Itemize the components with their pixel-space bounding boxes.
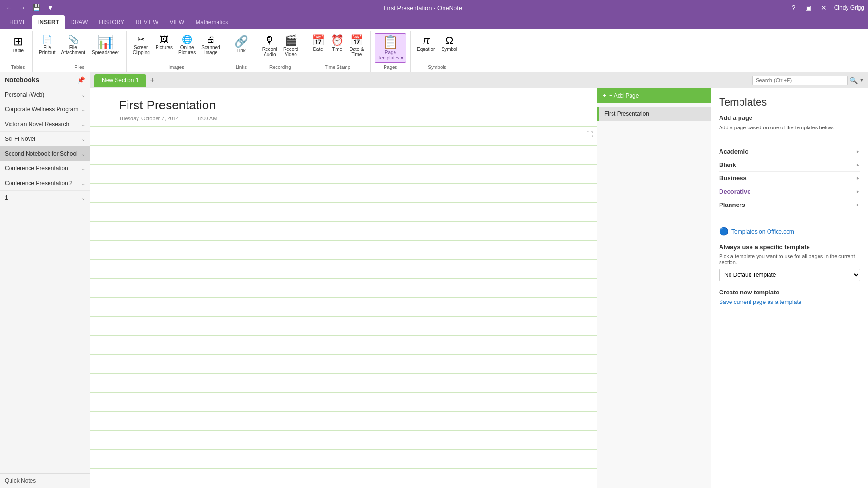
save-button[interactable]: 💾 [30,3,42,12]
templates-category-decorative[interactable]: Decorative ► [719,185,860,198]
templates-save-link[interactable]: Save current page as a template [719,299,860,305]
tab-mathematics[interactable]: Mathematics [190,15,234,29]
templates-category-planners-label: Planners [719,201,745,208]
sidebar-item-victorian-label: Victorian Novel Research [5,121,69,127]
templates-always-label: Always use a specific template [719,244,860,251]
close-button[interactable]: ✕ [819,3,829,12]
screen-clipping-icon: ✂ [138,35,145,44]
online-pictures-label: OnlinePictures [178,45,196,55]
scanned-image-button[interactable]: 🖨 ScannedImage [199,33,222,57]
tab-view[interactable]: VIEW [164,15,190,29]
templates-category-business-label: Business [719,175,747,182]
page-header: First Presentation Tuesday, October 7, 2… [90,88,597,127]
pictures-button[interactable]: 🖼 Pictures [153,33,175,52]
sidebar-item-corporate[interactable]: Corporate Wellness Program ⌄ [0,102,90,117]
add-page-plus-icon: + [603,92,606,99]
file-attachment-label: FileAttachment [61,45,85,55]
online-pictures-button[interactable]: 🌐 OnlinePictures [176,33,198,57]
templates-add-heading: Add a page [719,114,860,121]
templates-office-link[interactable]: 🔵 Templates on Office.com [719,227,860,236]
expand-icon[interactable]: ⛶ [586,130,593,138]
sidebar-quick-notes[interactable]: Quick Notes [0,473,90,488]
page-templates-label: PageTemplates ▾ [378,50,403,60]
sidebar-item-victorian[interactable]: Victorian Novel Research ⌄ [0,117,90,132]
ribbon-group-tables: ⊞ Table Tables [4,31,33,72]
section-bar: New Section 1 + 🔍 ▼ [90,72,868,88]
tab-insert[interactable]: INSERT [32,15,65,29]
templates-default-dropdown[interactable]: No Default Template [719,269,860,281]
record-video-icon: 🎬 [285,35,297,46]
sidebar-item-conf1-chevron: ⌄ [81,166,85,171]
sidebar-item-personal[interactable]: Personal (Web) ⌄ [0,88,90,102]
search-dropdown-button[interactable]: ▼ [859,78,864,83]
title-bar-left: ← → 💾 ▼ [4,3,56,12]
symbol-button[interactable]: Ω Symbol [439,33,460,54]
sidebar-item-scifi-label: Sci Fi Novel [5,136,35,142]
templates-office-link-label: Templates on Office.com [731,228,794,235]
ribbon-group-files: 📄 FilePrintout 📎 FileAttachment 📊 Spread… [33,31,127,72]
time-button[interactable]: ⏰ Time [328,33,346,54]
tab-review[interactable]: REVIEW [130,15,164,29]
record-audio-icon: 🎙 [265,35,275,46]
spreadsheet-button[interactable]: 📊 Spreadsheet [89,33,122,58]
pages-group-label: Pages [375,64,406,72]
search-input[interactable] [752,76,848,85]
date-time-button[interactable]: 📅 Date &Time [347,33,366,59]
help-button[interactable]: ? [790,3,798,12]
restore-button[interactable]: ▣ [803,3,813,12]
ribbon: ⊞ Table Tables 📄 FilePrintout 📎 FileAtta… [0,29,868,72]
ribbon-group-pages-items: 📋 PageTemplates ▾ [375,33,406,64]
record-audio-button[interactable]: 🎙 RecordAudio [260,33,280,59]
page-list-item-first[interactable]: First Presentation [597,107,711,121]
tab-home[interactable]: HOME [4,15,32,29]
templates-category-blank-chevron: ► [856,162,860,167]
ribbon-group-links-items: 🔗 Link [231,33,252,64]
screen-clipping-button[interactable]: ✂ ScreenClipping [130,33,152,57]
link-label: Link [237,48,245,53]
user-name: Cindy Grigg [834,4,864,11]
equation-button[interactable]: π Equation [414,33,438,54]
sidebar-item-conf1[interactable]: Conference Presentation ⌄ [0,161,90,176]
templates-category-planners-chevron: ► [856,202,860,207]
sidebar-item-one[interactable]: 1 ⌄ [0,191,90,205]
page-title[interactable]: First Presentation [119,98,578,113]
sidebar-item-conf2[interactable]: Conference Presentation 2 ⌄ [0,176,90,191]
templates-category-academic[interactable]: Academic ► [719,145,860,158]
page-lines [90,127,597,488]
sidebar-pin-icon[interactable]: 📌 [77,76,85,84]
main-area: Notebooks 📌 Personal (Web) ⌄ Corporate W… [0,72,868,488]
page-body[interactable]: ⛶ [90,127,597,488]
spreadsheet-label: Spreadsheet [92,50,119,55]
templates-category-planners[interactable]: Planners ► [719,198,860,211]
table-button[interactable]: ⊞ Table [8,33,29,56]
section-tab-new-section[interactable]: New Section 1 [94,74,146,87]
file-attachment-button[interactable]: 📎 FileAttachment [59,33,88,57]
forward-button[interactable]: → [17,3,28,12]
qat-dropdown[interactable]: ▼ [45,3,56,12]
section-tab-add-button[interactable]: + [146,74,158,87]
scanned-image-label: ScannedImage [201,45,220,55]
screen-clipping-label: ScreenClipping [133,45,150,55]
page-templates-button[interactable]: 📋 PageTemplates ▾ [375,33,406,63]
templates-category-business[interactable]: Business ► [719,171,860,185]
tab-history[interactable]: HISTORY [93,15,130,29]
add-page-button[interactable]: + + Add Page [597,88,711,103]
ribbon-group-timestamp: 📅 Date ⏰ Time 📅 Date &Time Time Stamp [305,31,371,72]
sidebar-item-scifi[interactable]: Sci Fi Novel ⌄ [0,132,90,146]
file-printout-button[interactable]: 📄 FilePrintout [37,33,58,57]
link-button[interactable]: 🔗 Link [231,33,252,56]
templates-add-section: Add a page Add a page based on one of th… [719,114,860,137]
scanned-image-icon: 🖨 [207,35,215,44]
sidebar-item-conf2-chevron: ⌄ [81,181,85,186]
symbol-label: Symbol [442,47,457,52]
record-video-button[interactable]: 🎬 RecordVideo [281,33,301,59]
sidebar-title: Notebooks [5,76,39,84]
tab-draw[interactable]: DRAW [65,15,93,29]
date-button[interactable]: 📅 Date [309,33,327,54]
search-button[interactable]: 🔍 [849,77,858,84]
back-button[interactable]: ← [4,3,14,12]
sidebar-item-second-school[interactable]: Second Notebook for School ⌄ [0,146,90,161]
templates-category-blank[interactable]: Blank ► [719,158,860,171]
sidebar-item-one-chevron: ⌄ [81,195,85,201]
page-date: Tuesday, October 7, 2014 [119,116,179,121]
